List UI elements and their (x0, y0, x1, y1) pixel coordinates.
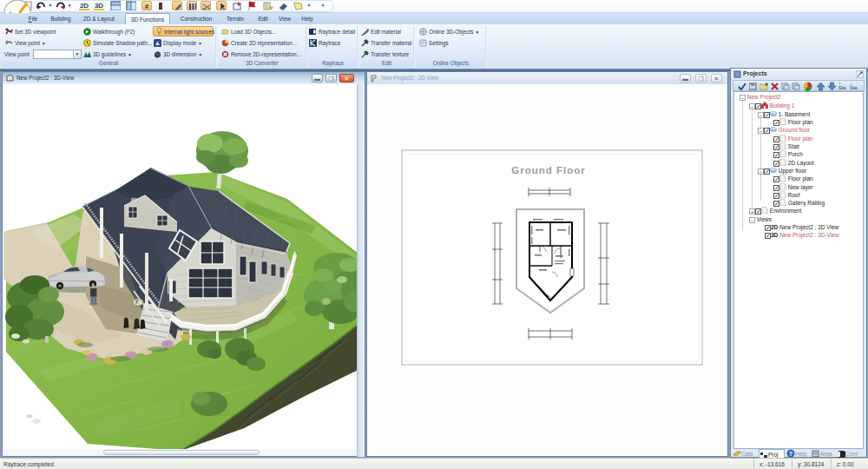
svg-text:?: ? (789, 451, 792, 457)
svg-text:Ground Floor: Ground Floor (511, 165, 585, 175)
